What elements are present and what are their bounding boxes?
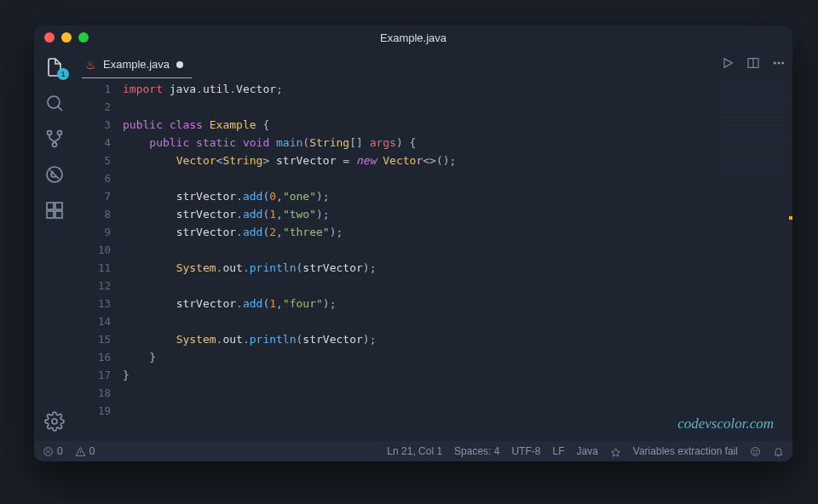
minimize-window-button[interactable] [61, 32, 72, 43]
unsaved-indicator-icon [176, 61, 183, 68]
svg-rect-6 [55, 203, 62, 209]
svg-point-2 [58, 131, 62, 135]
status-errors[interactable]: 0 [43, 445, 63, 457]
split-editor-icon[interactable] [746, 56, 760, 72]
svg-point-12 [778, 62, 780, 64]
status-message[interactable]: Variables extraction fail [633, 445, 738, 457]
status-language[interactable]: Java [576, 445, 597, 457]
code-content[interactable]: import java.util.Vector; public class Ex… [123, 78, 792, 441]
status-cursor-position[interactable]: Ln 21, Col 1 [387, 445, 442, 457]
svg-point-0 [48, 96, 60, 108]
line-number-gutter: 12345678910111213141516171819 [75, 78, 123, 441]
minimap[interactable] [719, 82, 787, 175]
activity-bar: 1 [34, 49, 75, 441]
status-encoding[interactable]: UTF-8 [511, 445, 540, 457]
explorer-icon[interactable]: 1 [43, 56, 66, 78]
svg-point-9 [52, 419, 57, 424]
java-file-icon: ♨ [85, 58, 96, 72]
debug-icon[interactable] [43, 163, 66, 186]
settings-gear-icon[interactable] [43, 410, 66, 432]
tab-example-java[interactable]: ♨ Example.java [82, 49, 192, 78]
svg-rect-8 [55, 211, 62, 218]
status-bar: 0 0 Ln 21, Col 1 Spaces: 4 UTF-8 LF Java… [34, 441, 792, 461]
source-control-icon[interactable] [43, 128, 66, 150]
extensions-icon[interactable] [43, 199, 66, 221]
status-indentation[interactable]: Spaces: 4 [454, 445, 499, 457]
window-title: Example.java [380, 32, 446, 44]
svg-point-3 [53, 143, 57, 147]
svg-point-15 [752, 447, 760, 455]
svg-point-13 [782, 62, 784, 64]
search-icon[interactable] [43, 92, 66, 114]
svg-point-11 [774, 62, 775, 64]
code-editor[interactable]: 12345678910111213141516171819 import jav… [75, 78, 792, 441]
tab-bar: ♨ Example.java [75, 49, 792, 78]
more-actions-icon[interactable] [772, 56, 786, 72]
svg-point-1 [48, 131, 52, 135]
status-bell-icon[interactable] [773, 446, 784, 457]
status-warnings[interactable]: 0 [75, 445, 95, 457]
scrollbar-marker [789, 216, 792, 220]
explorer-badge: 1 [57, 68, 69, 80]
close-window-button[interactable] [44, 32, 55, 43]
title-bar: Example.java [34, 26, 792, 49]
run-icon[interactable] [721, 56, 734, 72]
svg-rect-5 [47, 203, 54, 209]
status-smiley-icon[interactable] [750, 446, 761, 457]
status-feedback-icon[interactable] [610, 446, 621, 457]
svg-point-17 [757, 450, 758, 450]
tab-filename: Example.java [103, 58, 170, 71]
status-eol[interactable]: LF [552, 445, 564, 457]
svg-rect-7 [47, 211, 54, 218]
watermark: codevscolor.com [677, 415, 774, 432]
maximize-window-button[interactable] [78, 32, 89, 43]
svg-point-16 [753, 450, 754, 450]
